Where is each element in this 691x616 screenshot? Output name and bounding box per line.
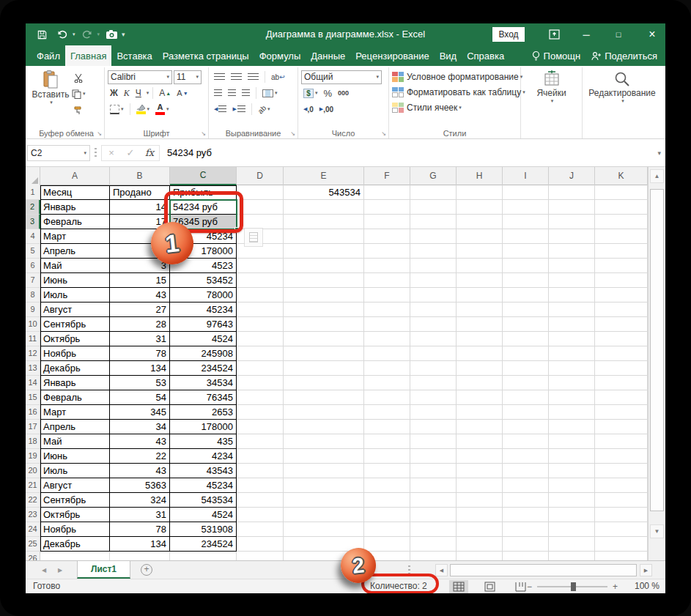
minimize-button[interactable]: ─: [574, 23, 599, 45]
cell-H4[interactable]: [457, 229, 503, 244]
cell-E11[interactable]: [284, 332, 364, 346]
cell-G23[interactable]: [410, 508, 457, 522]
cell-G14[interactable]: [410, 376, 457, 390]
fill-color-icon[interactable]: ▾: [134, 102, 152, 116]
cell-B26[interactable]: [110, 552, 170, 560]
cell-D13[interactable]: [237, 361, 284, 376]
cell-C4[interactable]: 45234: [170, 229, 237, 244]
cell-F24[interactable]: [364, 522, 410, 537]
cell-J7[interactable]: [549, 273, 595, 288]
cell-K16[interactable]: [595, 405, 648, 420]
cell-G13[interactable]: [410, 361, 457, 376]
cell-G15[interactable]: [410, 390, 457, 405]
cell-C16[interactable]: 2653: [170, 405, 237, 420]
cell-E4[interactable]: [284, 229, 364, 244]
expand-formula-bar-icon[interactable]: ▾: [657, 149, 661, 157]
page-layout-view-icon[interactable]: [480, 580, 499, 593]
normal-view-icon[interactable]: [449, 580, 468, 593]
cell-H3[interactable]: [457, 215, 503, 229]
cell-B4[interactable]: [110, 229, 170, 244]
cell-K6[interactable]: [595, 259, 648, 273]
align-middle-icon[interactable]: [229, 70, 244, 84]
tab-review[interactable]: Рецензирование: [350, 45, 434, 66]
cell-E19[interactable]: [284, 449, 364, 464]
shrink-font-button[interactable]: А▼: [174, 86, 190, 100]
paste-button[interactable]: Вставить ▾: [32, 69, 70, 117]
cell-K25[interactable]: [595, 537, 648, 552]
cell-A4[interactable]: Март: [40, 229, 110, 244]
cell-F19[interactable]: [364, 449, 410, 464]
cell-J10[interactable]: [549, 317, 595, 332]
cell-B12[interactable]: 78: [110, 346, 170, 361]
format-as-table-button[interactable]: Форматировать как таблицу▾: [392, 84, 517, 100]
cell-F13[interactable]: [364, 361, 410, 376]
scroll-right-icon[interactable]: ▶: [640, 564, 652, 576]
cell-H8[interactable]: [457, 288, 503, 303]
cell-G19[interactable]: [410, 449, 457, 464]
decrease-indent-icon[interactable]: ◀: [212, 102, 229, 116]
cell-A22[interactable]: Сентябрь: [40, 493, 110, 508]
align-left-icon[interactable]: [212, 86, 224, 100]
tab-data[interactable]: Данные: [306, 45, 350, 66]
cell-E21[interactable]: [284, 478, 364, 493]
column-header-J[interactable]: J: [549, 167, 595, 185]
zoom-level[interactable]: 100 %: [635, 581, 659, 591]
row-header-22[interactable]: 22: [26, 493, 40, 508]
cell-I12[interactable]: [503, 346, 549, 361]
cell-C3[interactable]: 76345 руб: [170, 215, 237, 229]
cell-styles-button[interactable]: Стили ячеек▾: [392, 100, 517, 115]
tab-help[interactable]: Справка: [462, 45, 509, 66]
cell-F12[interactable]: [364, 346, 410, 361]
cell-K8[interactable]: [595, 288, 648, 303]
row-header-2[interactable]: 2: [26, 200, 40, 215]
cell-C8[interactable]: 78000: [170, 288, 237, 303]
cell-I14[interactable]: [503, 376, 549, 390]
cell-H13[interactable]: [457, 361, 503, 376]
cell-F6[interactable]: [364, 259, 410, 273]
cell-A21[interactable]: Август: [40, 478, 110, 493]
cell-G9[interactable]: [410, 303, 457, 317]
cell-K26[interactable]: [595, 552, 648, 560]
row-header-26[interactable]: 26: [26, 552, 40, 560]
cell-I25[interactable]: [503, 537, 549, 552]
cell-I13[interactable]: [503, 361, 549, 376]
cell-J24[interactable]: [549, 522, 595, 537]
column-header-K[interactable]: K: [595, 167, 648, 185]
cell-K19[interactable]: [595, 449, 648, 464]
cell-B8[interactable]: 43: [110, 288, 170, 303]
select-all-corner[interactable]: [26, 167, 40, 185]
cell-C25[interactable]: 234524: [170, 537, 237, 552]
cut-icon[interactable]: [70, 70, 88, 85]
cell-I6[interactable]: [503, 259, 549, 273]
cell-B14[interactable]: 53: [110, 376, 170, 390]
cell-B24[interactable]: 78: [110, 522, 170, 537]
cell-C24[interactable]: 531908: [170, 522, 237, 537]
cell-K17[interactable]: [595, 420, 648, 434]
cell-G8[interactable]: [410, 288, 457, 303]
row-header-18[interactable]: 18: [26, 434, 40, 449]
cell-D2[interactable]: [237, 200, 284, 215]
row-header-7[interactable]: 7: [26, 273, 40, 288]
cell-F26[interactable]: [364, 552, 410, 560]
cell-F16[interactable]: [364, 405, 410, 420]
column-header-B[interactable]: B: [110, 167, 170, 185]
row-header-3[interactable]: 3: [26, 215, 40, 229]
cell-J26[interactable]: [549, 552, 595, 560]
cell-H9[interactable]: [457, 303, 503, 317]
cell-C15[interactable]: 76345: [170, 390, 237, 405]
cell-G11[interactable]: [410, 332, 457, 346]
cell-G7[interactable]: [410, 273, 457, 288]
cell-D6[interactable]: [237, 259, 284, 273]
cell-I21[interactable]: [503, 478, 549, 493]
cell-G25[interactable]: [410, 537, 457, 552]
cell-C17[interactable]: 178000: [170, 420, 237, 434]
cell-D15[interactable]: [237, 390, 284, 405]
row-header-23[interactable]: 23: [26, 508, 40, 522]
cell-H18[interactable]: [457, 434, 503, 449]
cell-F1[interactable]: [364, 185, 410, 200]
cell-H17[interactable]: [457, 420, 503, 434]
percent-style-button[interactable]: %: [322, 86, 335, 100]
cell-G3[interactable]: [410, 215, 457, 229]
cell-F15[interactable]: [364, 390, 410, 405]
cell-G2[interactable]: [410, 200, 457, 215]
